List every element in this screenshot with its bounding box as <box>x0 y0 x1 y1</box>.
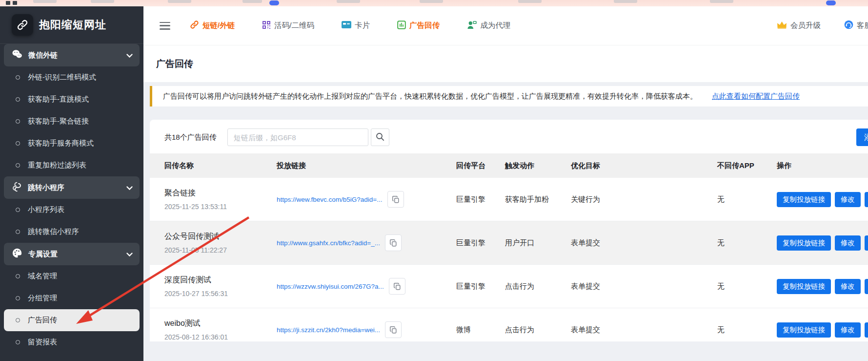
edit-button[interactable]: 修改 <box>835 279 861 294</box>
hamburger-menu-icon[interactable] <box>160 22 170 30</box>
bullet-icon <box>16 274 20 278</box>
nav-item-label: 成为代理 <box>480 21 510 31</box>
logo: 抱阳缩短网址 <box>0 6 143 44</box>
nav-item-become-agent[interactable]: 成为代理 <box>467 21 510 31</box>
link-icon <box>190 20 199 31</box>
nav-item-qr-codes[interactable]: 活码/二维码 <box>262 21 314 31</box>
copy-delivery-link-button[interactable]: 复制投放链接 <box>777 235 831 251</box>
nav-item-cards[interactable]: 卡片 <box>342 21 370 31</box>
delivery-link[interactable]: https://wew.fbevc.com/b5iG?adid=... <box>277 196 383 203</box>
copy-link-button[interactable] <box>389 278 405 295</box>
delete-button[interactable]: 删除 <box>865 192 868 207</box>
sidebar-item-group-management[interactable]: 分组管理 <box>0 287 143 309</box>
sidebar-group-settings[interactable]: 专属设置 <box>4 243 140 265</box>
top-navigation-right: 会员升级 客服 <box>777 6 868 45</box>
crown-icon <box>777 21 787 31</box>
add-callback-button[interactable]: 添加广告回传 <box>856 128 868 146</box>
edit-button[interactable]: 修改 <box>835 322 861 338</box>
callback-platform: 巨量引擎 <box>456 282 505 291</box>
nav-item-ad-callback[interactable]: 广告回传 <box>397 21 440 31</box>
sidebar-item-jump-wechat-miniprogram[interactable]: 跳转微信小程序 <box>0 221 143 243</box>
column-header-platform: 回传平台 <box>456 161 505 170</box>
sidebar-item-ad-callback[interactable]: 广告回传 <box>4 309 140 331</box>
edit-button[interactable]: 修改 <box>835 235 861 251</box>
tab-fragment-blue <box>826 0 836 5</box>
table-row: 深度回传测试 2025-10-27 15:56:31 https://wzzvw… <box>150 265 868 308</box>
browser-strip <box>0 0 868 6</box>
delivery-link[interactable]: https://wzzvw.shiyisui.com/267G?a... <box>277 283 384 290</box>
sidebar-group-miniprogram[interactable]: 跳转小程序 <box>4 176 140 199</box>
copy-link-button[interactable] <box>385 234 402 251</box>
nav-item-label: 广告回传 <box>409 21 440 31</box>
bullet-icon <box>16 163 20 168</box>
notice-help-link[interactable]: 点此查看如何配置广告回传 <box>712 92 800 101</box>
sidebar-item-service-provider[interactable]: 获客助手服务商模式 <box>0 132 143 154</box>
sidebar-item-duplicate-filter[interactable]: 重复加粉过滤列表 <box>0 154 143 176</box>
callback-time: 2025-11-25 13:53:11 <box>164 203 277 211</box>
sidebar-item-domain-management[interactable]: 域名管理 <box>0 265 143 287</box>
sidebar-item-label: 留资报表 <box>28 338 57 347</box>
customer-service-icon <box>844 20 853 31</box>
trigger-action: 点击行为 <box>505 325 571 335</box>
edit-button[interactable]: 修改 <box>835 192 861 207</box>
table-row: weibo测试 2025-08-12 16:36:01 https://ji.s… <box>150 308 868 341</box>
sidebar-item-qr-mode[interactable]: 外链-识别二维码模式 <box>0 66 143 88</box>
sidebar-item-lead-report[interactable]: 留资报表 <box>0 331 143 353</box>
copy-delivery-link-button[interactable]: 复制投放链接 <box>777 192 831 207</box>
sidebar-item-label: 广告回传 <box>28 316 57 325</box>
trigger-action: 点击行为 <box>505 282 571 291</box>
search-button[interactable] <box>371 128 389 146</box>
bullet-icon <box>16 230 20 234</box>
palette-icon <box>12 248 22 260</box>
sidebar-item-label: 获客助手服务商模式 <box>28 139 94 148</box>
copy-delivery-link-button[interactable]: 复制投放链接 <box>777 322 831 338</box>
nav-item-member-upgrade[interactable]: 会员升级 <box>777 21 821 31</box>
copy-delivery-link-button[interactable]: 复制投放链接 <box>777 279 831 294</box>
copy-link-button[interactable] <box>387 191 404 208</box>
miniprogram-icon <box>12 182 22 194</box>
nav-item-short-links[interactable]: 短链/外链 <box>190 20 235 31</box>
column-header-link: 投放链接 <box>277 161 456 170</box>
delete-button[interactable]: 删除 <box>865 322 868 338</box>
page-title-bar: 广告回传 <box>143 45 868 82</box>
delivery-link[interactable]: https://ji.szzit.cn/2kh0?media=wei... <box>277 326 380 334</box>
sidebar-item-miniprogram-list[interactable]: 小程序列表 <box>0 199 143 221</box>
sidebar-group-wechat-links[interactable]: 微信外链 <box>4 44 140 66</box>
trigger-action: 用户开口 <box>505 238 571 248</box>
search-input[interactable] <box>227 128 368 146</box>
optimization-goal: 表单提交 <box>571 238 717 248</box>
column-header-trigger: 触发动作 <box>505 161 571 170</box>
delivery-link[interactable]: http://www.gsahfx.cn/bfkc?adid=_... <box>277 239 380 247</box>
tab-fragment <box>91 0 114 3</box>
table-row: 公众号回传测试 2025-11-05 11:22:27 http://www.g… <box>150 221 868 265</box>
nav-item-label: 活码/二维码 <box>274 21 314 31</box>
nav-item-customer-service[interactable]: 客服 <box>844 20 868 31</box>
toolbar: 共18个广告回传 <box>150 120 868 146</box>
browser-icon <box>6 1 10 5</box>
copy-link-button[interactable] <box>385 321 402 338</box>
delete-button[interactable]: 删除 <box>865 235 868 251</box>
column-header-name: 回传名称 <box>164 161 277 170</box>
link-icon <box>12 14 33 36</box>
callback-table: 回传名称 投放链接 回传平台 触发动作 优化目标 不回传APP 操作 聚合链接 … <box>150 153 868 341</box>
card-icon <box>342 21 351 30</box>
bullet-icon <box>16 119 20 124</box>
bullet-icon <box>16 75 20 80</box>
top-navigation: 短链/外链 活码/二维码 卡片 <box>143 6 868 45</box>
callback-platform: 微博 <box>456 325 505 335</box>
sidebar-item-aggregate-link[interactable]: 获客助手-聚合链接 <box>0 110 143 132</box>
bullet-icon <box>16 97 20 102</box>
tab-fragment <box>420 0 443 3</box>
sidebar-item-direct-jump[interactable]: 获客助手-直跳模式 <box>0 88 143 110</box>
callback-platform: 巨量引擎 <box>456 195 505 204</box>
callback-name: weibo测试 <box>164 319 277 329</box>
callback-count-label: 共18个广告回传 <box>164 133 221 142</box>
nav-item-label: 客服 <box>857 21 868 31</box>
tab-fragment <box>168 0 191 3</box>
bullet-icon <box>16 141 20 146</box>
bullet-icon <box>16 296 20 300</box>
delete-button[interactable]: 删除 <box>865 279 868 294</box>
callback-name: 聚合链接 <box>164 188 277 198</box>
tab-fragment-blue <box>269 0 279 5</box>
app-title: 抱阳缩短网址 <box>39 18 106 32</box>
